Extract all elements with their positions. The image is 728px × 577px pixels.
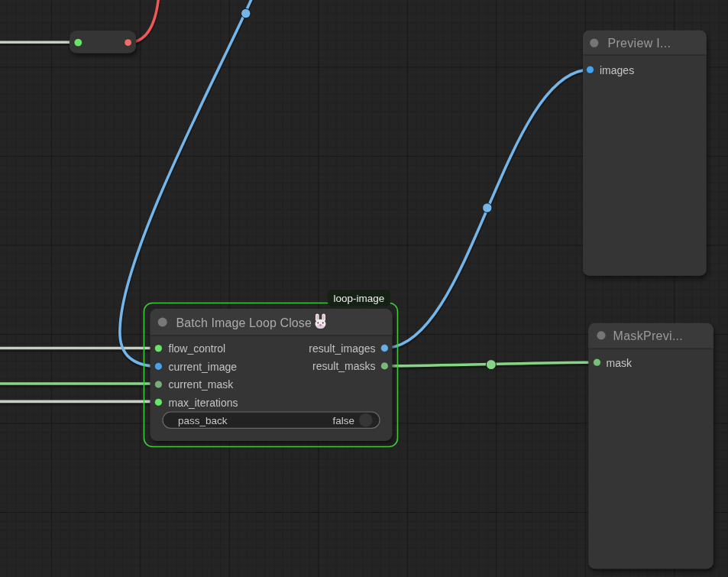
svg-text:Preview I...: Preview I... bbox=[608, 37, 671, 50]
svg-text:result_images: result_images bbox=[309, 342, 375, 355]
svg-text:mask: mask bbox=[607, 357, 633, 369]
svg-text:images: images bbox=[600, 64, 634, 76]
svg-text:result_masks: result_masks bbox=[312, 360, 375, 372]
svg-text:current_mask: current_mask bbox=[169, 378, 235, 391]
svg-text:current_image: current_image bbox=[169, 361, 238, 373]
svg-text:pass_back: pass_back bbox=[178, 415, 228, 426]
svg-text:false: false bbox=[332, 415, 354, 426]
svg-text:max_iterations: max_iterations bbox=[169, 397, 238, 409]
svg-text:flow_control: flow_control bbox=[169, 342, 226, 355]
svg-text:MaskPrevi...: MaskPrevi... bbox=[613, 329, 684, 342]
svg-text:loop-image: loop-image bbox=[334, 293, 385, 304]
svg-text:Batch Image Loop Close: Batch Image Loop Close bbox=[176, 316, 312, 329]
